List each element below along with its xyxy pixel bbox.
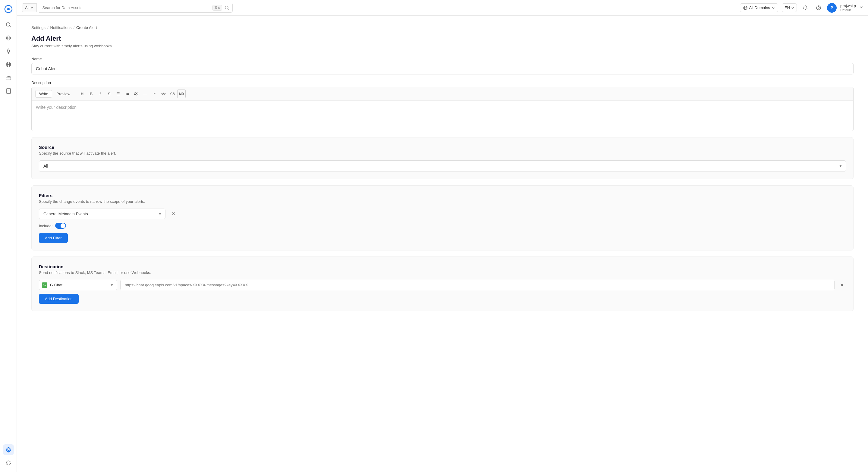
destination-subtitle: Send notifications to Slack, MS Teams, E…: [39, 270, 846, 275]
svg-line-21: [228, 9, 229, 10]
breadcrumb-notifications[interactable]: Notifications: [50, 25, 72, 30]
svg-point-20: [225, 6, 228, 9]
add-filter-button[interactable]: Add Filter: [39, 233, 68, 243]
sidebar-item-refresh[interactable]: [3, 458, 14, 468]
destination-type-select[interactable]: G Chat Slack MS Teams Email Webhook: [39, 280, 117, 290]
source-title: Source: [39, 145, 846, 150]
user-name: prajwal.p: [840, 4, 856, 8]
sidebar-bottom: [3, 444, 14, 468]
domain-selector[interactable]: All Domains: [740, 3, 778, 12]
remove-destination-button[interactable]: ✕: [838, 281, 846, 289]
include-row: Include:: [39, 223, 846, 229]
help-button[interactable]: [814, 3, 824, 13]
language-selector[interactable]: EN: [782, 3, 797, 12]
lang-label: EN: [784, 5, 790, 10]
search-input-wrap: ⌘ K: [39, 3, 233, 13]
name-input[interactable]: [31, 63, 854, 74]
notifications-button[interactable]: [801, 3, 810, 13]
user-role: Default: [840, 8, 856, 12]
toolbar-link-btn[interactable]: [132, 90, 141, 98]
sidebar-item-glossary[interactable]: [3, 86, 14, 96]
toolbar-blockquote-btn[interactable]: ❝: [150, 90, 158, 98]
svg-point-26: [818, 9, 818, 9]
topbar-right: All Domains EN: [740, 3, 863, 13]
sidebar-logo: [3, 4, 14, 14]
bell-icon: [803, 5, 808, 10]
svg-line-2: [10, 26, 11, 27]
search-filter-dropdown[interactable]: All: [22, 3, 37, 12]
toolbar-markdown-btn[interactable]: MD: [177, 90, 186, 98]
main-area: All ⌘ K: [17, 0, 868, 472]
search-input[interactable]: [42, 5, 210, 10]
filter-row: General Metadata Events Schema Changes P…: [39, 209, 846, 219]
domain-label: All Domains: [749, 5, 770, 10]
avatar[interactable]: P: [827, 3, 837, 13]
sidebar-item-globe[interactable]: [3, 59, 14, 70]
sidebar-item-explore[interactable]: [3, 19, 14, 30]
sidebar-item-insights[interactable]: [3, 46, 14, 57]
toolbar-heading-btn[interactable]: H: [78, 90, 86, 98]
lang-chevron-icon: [791, 6, 794, 9]
toolbar-code-btn[interactable]: </>: [159, 90, 167, 98]
breadcrumb-sep-1: /: [47, 25, 49, 30]
editor-body[interactable]: Write your description: [32, 101, 853, 131]
destination-section: Destination Send notifications to Slack,…: [31, 256, 854, 311]
user-chevron-icon: [860, 5, 863, 9]
source-section: Source Specify the source that will acti…: [31, 137, 854, 179]
content-area: Settings / Notifications / Create Alert …: [17, 16, 868, 472]
source-subtitle: Specify the source that will activate th…: [39, 151, 846, 156]
svg-point-3: [6, 36, 10, 40]
keyboard-shortcut-badge: ⌘ K: [213, 5, 222, 10]
toolbar-bullet-list-btn[interactable]: ☰: [114, 90, 122, 98]
filters-title: Filters: [39, 193, 846, 198]
user-info[interactable]: prajwal.p Default: [840, 4, 856, 12]
toolbar-hr-btn[interactable]: —: [141, 90, 150, 98]
destination-url-input[interactable]: [120, 280, 835, 290]
filters-section: Filters Specify the change events to nar…: [31, 185, 854, 250]
page-title: Add Alert: [31, 35, 854, 42]
breadcrumb-current: Create Alert: [76, 25, 97, 30]
sidebar: [0, 0, 17, 472]
filter-type-select[interactable]: General Metadata Events Schema Changes P…: [39, 209, 165, 219]
breadcrumb-settings[interactable]: Settings: [31, 25, 45, 30]
search-filter-label: All: [25, 5, 29, 10]
help-icon: [816, 5, 821, 10]
gchat-icon: G: [42, 282, 47, 288]
name-label: Name: [31, 57, 854, 61]
toolbar-cb-btn[interactable]: CB: [168, 90, 177, 98]
search-wrap: All ⌘ K: [22, 3, 233, 13]
link-icon: [134, 92, 138, 96]
globe-icon: [743, 6, 747, 10]
include-toggle[interactable]: [55, 223, 66, 229]
filters-subtitle: Specify the change events to narrow the …: [39, 199, 846, 204]
toolbar-numbered-list-btn[interactable]: ≔: [123, 90, 131, 98]
user-dropdown-button[interactable]: [860, 5, 863, 10]
search-icon[interactable]: [224, 5, 229, 10]
svg-point-4: [7, 37, 9, 39]
sidebar-item-quality[interactable]: [3, 72, 14, 83]
topbar: All ⌘ K: [17, 0, 868, 16]
filter-chevron-icon: [30, 6, 33, 9]
tab-preview[interactable]: Preview: [53, 90, 74, 97]
description-label: Description: [31, 81, 854, 85]
name-section: Name: [31, 57, 854, 74]
tab-write[interactable]: Write: [35, 90, 52, 98]
sidebar-item-discover[interactable]: [3, 33, 14, 43]
breadcrumb: Settings / Notifications / Create Alert: [31, 25, 854, 30]
toolbar-strike-btn[interactable]: S: [105, 90, 113, 98]
include-label: Include:: [39, 224, 53, 228]
editor-toolbar: Write Preview H B I S ☰ ≔: [32, 87, 853, 101]
source-select[interactable]: All Table Database Schema Pipeline Dashb…: [39, 160, 846, 172]
source-select-wrap: All Table Database Schema Pipeline Dashb…: [39, 160, 846, 172]
description-editor: Write Preview H B I S ☰ ≔: [31, 87, 854, 131]
breadcrumb-sep-2: /: [73, 25, 74, 30]
domain-chevron-icon: [772, 6, 775, 9]
filter-select-wrap: General Metadata Events Schema Changes P…: [39, 209, 165, 219]
remove-filter-button[interactable]: ✕: [169, 210, 178, 218]
svg-point-1: [6, 23, 10, 26]
toolbar-bold-btn[interactable]: B: [87, 90, 95, 98]
add-destination-button[interactable]: Add Destination: [39, 294, 79, 304]
sidebar-item-settings[interactable]: [3, 444, 14, 455]
toolbar-italic-btn[interactable]: I: [96, 90, 104, 98]
page-subtitle: Stay current with timely alerts using we…: [31, 44, 854, 48]
